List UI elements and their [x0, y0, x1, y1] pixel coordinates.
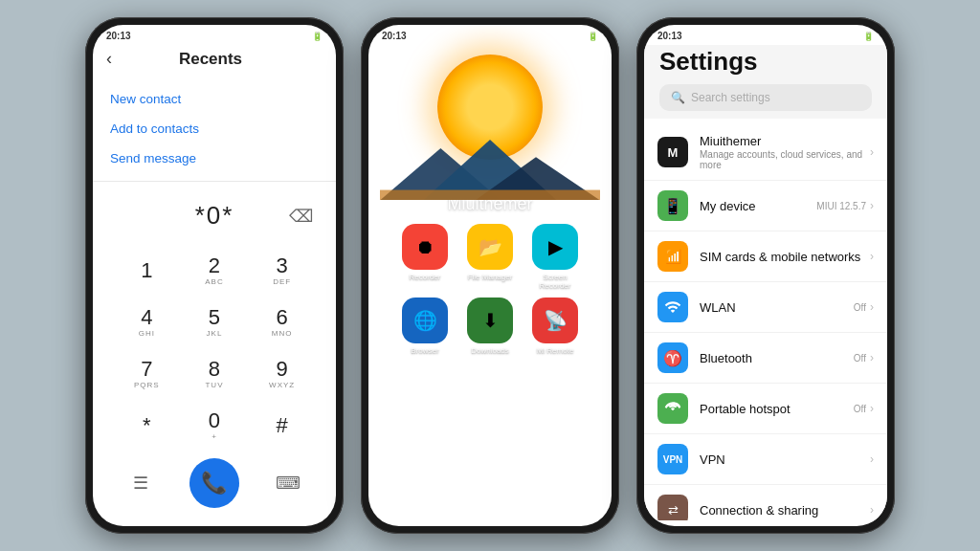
call-button[interactable]: 📞: [189, 458, 239, 508]
dialpad-bottom: ☰ 📞 ⌨: [93, 451, 336, 518]
add-to-contacts-link[interactable]: Add to contacts: [110, 114, 319, 143]
recents-title: Recents: [123, 50, 298, 69]
search-bar[interactable]: 🔍 Search settings: [659, 84, 872, 111]
app-screen-recorder[interactable]: ▶ Screen Recorder: [527, 224, 583, 290]
app-file-manager[interactable]: 📂 File Manager: [462, 224, 518, 290]
dialpad-grid: 1 2ABC 3DEF 4GHI 5JKL 6MNO 7PQRS 8TUV 9W…: [106, 246, 323, 451]
dot-2: [493, 366, 499, 372]
time-2: 20:13: [382, 31, 407, 41]
svg-rect-3: [380, 190, 600, 201]
dial-key-8[interactable]: 8TUV: [182, 349, 248, 399]
dial-number: *0*: [195, 201, 234, 231]
miuithemer-sub: Manage accounts, cloud services, and mor…: [700, 149, 870, 170]
dial-key-6[interactable]: 6MNO: [249, 298, 315, 347]
settings-item-connection-sharing[interactable]: ⇄ Connection & sharing ›: [644, 485, 887, 520]
time-3: 20:13: [657, 31, 682, 41]
hotspot-status: Off: [854, 404, 866, 414]
chevron-icon-7: ›: [870, 452, 874, 466]
recents-links: New contact Add to contacts Send message: [93, 77, 336, 182]
hotspot-title: Portable hotspot: [700, 402, 854, 416]
menu-icon[interactable]: ☰: [122, 464, 160, 502]
phone-home: 20:13 🔋 Miuithemer: [361, 17, 619, 534]
sim-right: ›: [870, 250, 874, 263]
settings-item-vpn[interactable]: VPN VPN ›: [644, 434, 887, 485]
mi-remote-label: Mi Remote: [537, 346, 574, 355]
settings-item-miuithemer[interactable]: M Miuithemer Manage accounts, cloud serv…: [644, 124, 887, 181]
status-bar-2: 20:13 🔋: [368, 25, 612, 45]
mi-remote-icon: 📡: [532, 298, 578, 343]
dial-key-5[interactable]: 5JKL: [182, 298, 248, 347]
settings-screen: 20:13 🔋 Settings 🔍 Search settings M Miu…: [644, 25, 887, 526]
dialpad-toggle-icon[interactable]: ⌨: [269, 464, 307, 502]
dial-key-4[interactable]: 4GHI: [114, 298, 180, 347]
app-downloads[interactable]: ⬇ Downloads: [462, 298, 518, 355]
back-button[interactable]: ‹: [106, 49, 112, 69]
chevron-icon-6: ›: [870, 402, 874, 415]
chevron-icon-8: ›: [870, 503, 874, 517]
browser-icon: 🌐: [402, 298, 448, 343]
page-dots: [482, 366, 499, 372]
mydevice-icon: 📱: [657, 190, 688, 221]
miui-version-badge: MIUI 12.5.7: [816, 201, 866, 211]
recorder-icon: ⏺: [402, 224, 448, 270]
screen-recorder-icon: ▶: [532, 224, 578, 270]
phone-settings: 20:13 🔋 Settings 🔍 Search settings M Miu…: [636, 17, 895, 534]
bluetooth-status: Off: [854, 353, 866, 364]
chevron-icon-2: ›: [870, 199, 874, 212]
hotspot-icon: [657, 393, 688, 424]
recorder-label: Recorder: [410, 273, 441, 281]
search-icon: 🔍: [671, 91, 685, 104]
sim-text: SIM cards & mobile networks: [700, 250, 870, 264]
search-placeholder: Search settings: [691, 91, 770, 104]
settings-item-wlan[interactable]: WLAN Off ›: [644, 282, 887, 333]
bluetooth-text: Bluetooth: [700, 351, 854, 365]
new-contact-link[interactable]: New contact: [110, 84, 319, 114]
app-mi-remote[interactable]: 📡 Mi Remote: [527, 298, 583, 355]
chevron-icon-5: ›: [870, 351, 874, 364]
battery-icon: 🔋: [312, 32, 323, 41]
phones-container: 20:13 🔋 ‹ Recents New contact Add to con…: [85, 17, 895, 534]
status-icons-2: 🔋: [588, 32, 598, 41]
chevron-icon-3: ›: [870, 250, 874, 263]
sim-icon: 📶: [657, 241, 688, 272]
app-recorder[interactable]: ⏺ Recorder: [397, 224, 453, 290]
sim-title: SIM cards & mobile networks: [700, 250, 870, 264]
dial-key-star[interactable]: *: [114, 401, 180, 451]
hotspot-right: Off ›: [854, 402, 874, 415]
dial-key-0[interactable]: 0+: [182, 401, 248, 451]
mountains-decoration: [380, 131, 600, 204]
home-content: Miuithemer ⏺ Recorder 📂 File Manager ▶ S…: [368, 45, 612, 518]
browser-label: Browser: [411, 346, 438, 355]
settings-item-mydevice[interactable]: 📱 My device MIUI 12.5.7 ›: [644, 181, 887, 231]
settings-item-hotspot[interactable]: Portable hotspot Off ›: [644, 384, 887, 434]
settings-item-sim[interactable]: 📶 SIM cards & mobile networks ›: [644, 231, 887, 282]
app-row-1: ⏺ Recorder 📂 File Manager ▶ Screen Recor…: [397, 224, 583, 290]
app-row-2: 🌐 Browser ⬇ Downloads 📡 Mi Remote: [397, 298, 583, 355]
settings-item-bluetooth[interactable]: ♈ Bluetooth Off ›: [644, 333, 887, 384]
time-1: 20:13: [106, 31, 131, 41]
miuithemer-right: ›: [870, 145, 874, 159]
downloads-icon: ⬇: [467, 298, 513, 343]
vpn-text: VPN: [700, 452, 870, 467]
mydevice-right: MIUI 12.5.7 ›: [816, 199, 874, 212]
home-screen: 20:13 🔋 Miuithemer: [368, 25, 612, 526]
file-manager-label: File Manager: [468, 273, 513, 281]
dial-key-2[interactable]: 2ABC: [182, 246, 248, 296]
backspace-button[interactable]: ⌫: [289, 206, 313, 227]
vpn-title: VPN: [700, 452, 870, 467]
dial-key-hash[interactable]: #: [249, 401, 315, 451]
dial-key-3[interactable]: 3DEF: [249, 246, 315, 296]
connection-sharing-title: Connection & sharing: [700, 503, 870, 518]
send-message-link[interactable]: Send message: [110, 143, 319, 173]
wlan-icon: [657, 292, 688, 322]
dial-key-9[interactable]: 9WXYZ: [249, 349, 315, 399]
status-icons-3: 🔋: [863, 32, 874, 41]
mydevice-text: My device: [700, 199, 816, 213]
file-manager-icon: 📂: [467, 224, 513, 270]
app-browser[interactable]: 🌐 Browser: [397, 298, 453, 355]
bluetooth-right: Off ›: [854, 351, 874, 364]
dial-key-7[interactable]: 7PQRS: [114, 349, 180, 399]
battery-icon-2: 🔋: [588, 32, 598, 41]
wlan-right: Off ›: [854, 300, 874, 314]
dial-key-1[interactable]: 1: [114, 246, 180, 296]
